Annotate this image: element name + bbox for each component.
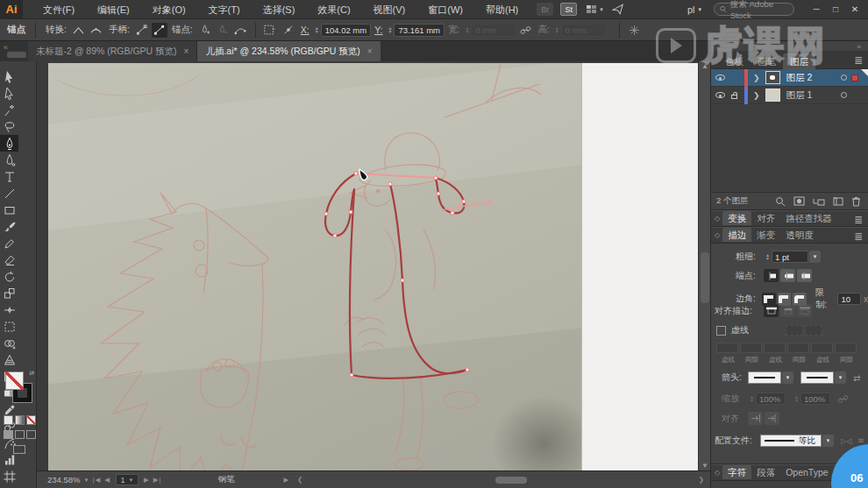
menu-item[interactable]: 效果(C) — [306, 0, 361, 19]
profile-dropdown-icon[interactable]: ▼ — [822, 435, 834, 447]
maximize-button[interactable]: □ — [826, 0, 845, 19]
draw-normal-mode[interactable] — [4, 430, 13, 439]
menu-item[interactable]: 文件(F) — [32, 0, 86, 19]
panel-tab-图层[interactable]: 图层 — [783, 53, 815, 70]
make-clipping-mask-icon[interactable] — [793, 196, 805, 206]
adobe-stock-search[interactable]: 搜索 Adobe Stock — [714, 3, 794, 16]
cap-butt-button[interactable] — [764, 269, 779, 282]
stock-icon[interactable]: St — [560, 3, 577, 16]
expand-layer-icon[interactable]: ❯ — [753, 91, 760, 100]
chevron-down-icon[interactable]: ▾ — [600, 6, 603, 13]
minimize-button[interactable]: ─ — [807, 0, 826, 19]
weight-stepper[interactable]: ▲▼ — [765, 253, 770, 260]
cap-round-button[interactable] — [780, 269, 795, 282]
rectangle-tool[interactable] — [0, 202, 18, 218]
panel-tab-段落[interactable]: 段落 — [751, 465, 780, 479]
first-artboard-icon[interactable]: |◀ — [92, 476, 101, 484]
panel-menu-icon[interactable]: ≣ — [854, 54, 863, 67]
stroke-weight-field[interactable]: 1 pt — [772, 251, 808, 263]
scale-tool[interactable] — [0, 285, 18, 301]
close-tab-icon[interactable]: × — [184, 46, 189, 56]
panel-tab-字符[interactable]: 字符 — [722, 465, 751, 479]
selection-tool[interactable] — [0, 68, 18, 85]
vertical-scroll-thumb[interactable] — [701, 252, 709, 303]
width-profile-combo[interactable]: 等比 — [760, 435, 822, 447]
x-stepper[interactable]: ▲▼ — [315, 26, 319, 33]
perspective-grid-tool[interactable] — [0, 351, 18, 368]
menu-item[interactable]: 视图(V) — [362, 0, 417, 19]
status-play-icon[interactable]: ▶ — [283, 476, 289, 484]
menu-item[interactable]: 窗口(W) — [416, 0, 474, 19]
panel-tab-路径查找器[interactable]: 路径查找器 — [780, 211, 837, 225]
document-tab[interactable]: 未标题-2 @ 89% (RGB/GPU 预览) × — [28, 41, 197, 61]
expand-layer-icon[interactable]: ❯ — [753, 74, 760, 82]
locate-object-icon[interactable] — [775, 196, 786, 207]
miter-limit-field[interactable]: 10 — [837, 293, 861, 305]
layer-thumbnail[interactable] — [765, 71, 780, 84]
menu-item[interactable]: 帮助(H) — [474, 0, 530, 19]
arrange-documents-icon[interactable] — [586, 4, 597, 14]
new-sublayer-icon[interactable] — [813, 196, 825, 206]
draw-behind-mode[interactable] — [15, 430, 25, 439]
last-artboard-icon[interactable]: ▶| — [153, 476, 162, 484]
hide-handles-button[interactable] — [152, 23, 167, 38]
remove-anchor-pen-icon[interactable] — [215, 23, 231, 38]
free-transform-tool[interactable] — [0, 318, 18, 335]
share-icon[interactable] — [612, 4, 624, 15]
menu-item[interactable]: 选择(S) — [252, 0, 307, 19]
dashed-line-checkbox[interactable] — [716, 326, 726, 336]
none-button[interactable] — [26, 415, 36, 425]
artboard-number-field[interactable]: 1 ▼ — [116, 474, 139, 485]
dash-preset-icon[interactable] — [786, 325, 803, 336]
anchor-point-icon[interactable] — [281, 23, 296, 38]
zoom-dropdown-icon[interactable]: ▼ — [84, 477, 89, 483]
slice-tool[interactable] — [0, 484, 18, 488]
artboard-tool[interactable] — [0, 468, 18, 484]
scanned-sketch-image[interactable] — [48, 63, 581, 470]
link-dimensions-icon[interactable] — [517, 23, 533, 38]
swap-fill-stroke-icon[interactable]: ⇄ — [29, 370, 34, 377]
fill-swatch-none[interactable] — [5, 371, 24, 390]
app-logo[interactable]: Ai — [0, 0, 23, 19]
selected-art-indicator[interactable] — [851, 74, 858, 81]
convert-to-corner-button[interactable] — [71, 23, 87, 38]
target-circle-icon[interactable] — [841, 74, 847, 81]
panel-tab-描边[interactable]: 描边 — [722, 228, 751, 242]
panel-tab-色板[interactable]: 色板 — [718, 53, 751, 70]
convert-to-smooth-button[interactable] — [89, 23, 104, 38]
arrowhead-end-combo[interactable] — [800, 371, 834, 384]
draw-inside-mode[interactable] — [26, 430, 36, 439]
line-segment-tool[interactable] — [0, 185, 18, 202]
isolate-selection-button[interactable] — [263, 23, 279, 38]
cap-projecting-button[interactable] — [797, 269, 812, 282]
panel-menu-icon[interactable]: ≣ — [854, 214, 863, 226]
layer-thumbnail[interactable] — [765, 88, 780, 102]
panel-tab-OpenType[interactable]: OpenType — [780, 465, 833, 479]
visibility-eye-icon[interactable] — [715, 92, 725, 98]
artboard-empty-area[interactable] — [581, 63, 698, 470]
zoom-level[interactable]: 234.58% — [47, 475, 81, 484]
direct-selection-tool[interactable] — [0, 85, 18, 102]
panel-tab-透明度[interactable]: 透明度 — [780, 228, 819, 242]
lock-toggle[interactable] — [729, 92, 739, 99]
layer-name[interactable]: 图层 2 — [786, 72, 813, 84]
arrowhead-start-combo[interactable] — [748, 371, 781, 384]
x-label[interactable]: X: — [301, 25, 309, 35]
panel-tab-画笔[interactable]: 画笔 — [751, 53, 783, 70]
previous-artboard-icon[interactable]: ◀ — [104, 476, 110, 484]
delete-layer-icon[interactable] — [851, 196, 861, 207]
status-back-icon[interactable]: ❯ — [296, 476, 302, 484]
gradient-button[interactable] — [15, 415, 25, 425]
collapse-dock-icon[interactable]: » — [857, 43, 861, 51]
transform-options-icon[interactable] — [627, 23, 643, 38]
scroll-right-icon[interactable]: ❯ — [699, 476, 705, 484]
lasso-tool[interactable] — [0, 118, 18, 135]
target-circle-icon[interactable] — [841, 92, 847, 98]
document-tab-active[interactable]: 儿插.ai* @ 234.58% (RGB/GPU 预览) × — [197, 41, 380, 61]
magic-wand-tool[interactable] — [0, 102, 18, 118]
connect-path-icon[interactable] — [232, 23, 248, 38]
panel-tab-渐变[interactable]: 渐变 — [751, 228, 780, 242]
close-button[interactable]: ✕ — [845, 0, 864, 19]
type-tool[interactable] — [0, 168, 18, 185]
vertical-scrollbar[interactable]: ▲ ▼ — [698, 61, 710, 470]
